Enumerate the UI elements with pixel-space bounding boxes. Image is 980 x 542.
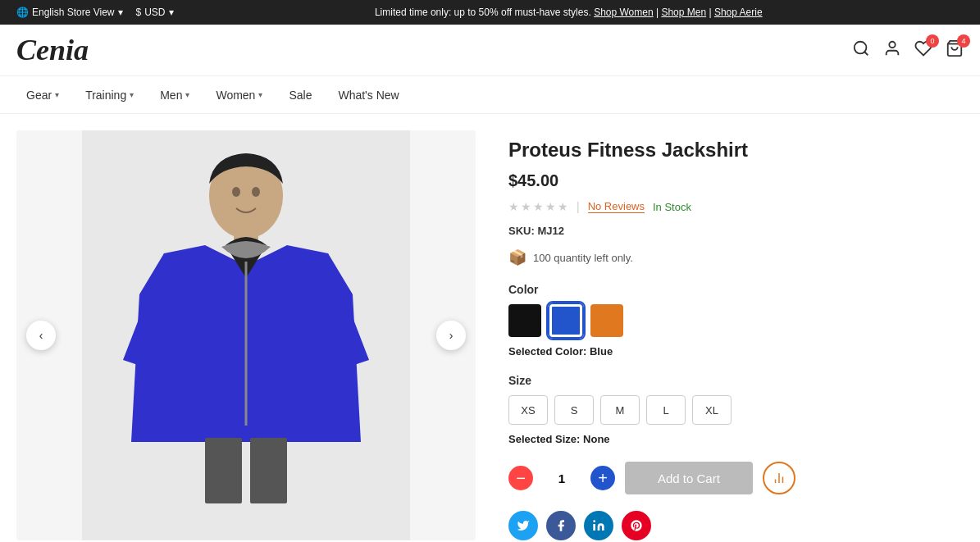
nav-item-whats-new[interactable]: What's New (328, 76, 408, 113)
color-swatches (508, 304, 964, 337)
size-buttons: XS S M L XL (508, 395, 964, 425)
svg-point-2 (889, 41, 895, 47)
star-4: ★ (545, 200, 556, 213)
star-1: ★ (508, 200, 519, 213)
wishlist-icon[interactable]: 0 (914, 39, 932, 61)
wishlist-badge: 0 (926, 34, 939, 48)
cart-badge: 4 (957, 34, 970, 48)
size-xl-button[interactable]: XL (692, 395, 732, 425)
selected-color-value: Blue (590, 345, 613, 358)
nav-gear-label: Gear (26, 89, 52, 102)
next-arrow-icon: › (449, 329, 454, 342)
star-3: ★ (533, 200, 544, 213)
prev-slide-button[interactable]: ‹ (26, 321, 56, 350)
next-slide-button[interactable]: › (436, 321, 466, 350)
search-icon[interactable] (852, 39, 870, 61)
svg-point-16 (593, 520, 595, 522)
nav-training-label: Training (85, 89, 126, 102)
rating-divider: | (577, 200, 580, 213)
globe-icon: 🌐 (16, 7, 29, 18)
nav-women-chevron: ▾ (258, 90, 262, 99)
stock-row: 📦 100 quantity left only. (508, 248, 964, 266)
color-swatch-blue[interactable] (549, 304, 582, 337)
store-view-label: English Store View (32, 7, 115, 18)
social-share-row (508, 511, 964, 540)
product-price: $45.00 (508, 171, 964, 190)
nav-item-men[interactable]: Men ▾ (150, 76, 199, 113)
selected-size-row: Selected Size: None (508, 433, 964, 445)
rating-row: ★ ★ ★ ★ ★ | No Reviews In Stock (508, 200, 964, 213)
shop-women-link[interactable]: Shop Women (594, 7, 654, 18)
nav-sale-label: Sale (289, 89, 312, 102)
nav-item-training[interactable]: Training ▾ (75, 76, 144, 113)
facebook-share-button[interactable] (546, 511, 576, 540)
main-content: ‹ (0, 114, 980, 542)
color-swatch-orange[interactable] (590, 304, 623, 337)
selected-size-label: Selected Size: (508, 433, 580, 445)
quantity-input[interactable] (541, 471, 582, 485)
size-chart-button[interactable] (763, 462, 795, 494)
size-s-button[interactable]: S (554, 395, 594, 425)
in-stock-badge: In Stock (653, 201, 691, 213)
nav-men-chevron: ▾ (185, 90, 189, 99)
size-l-button[interactable]: L (646, 395, 686, 425)
header-icons: 0 4 (852, 39, 964, 61)
prev-arrow-icon: ‹ (39, 329, 43, 342)
size-xs-button[interactable]: XS (508, 395, 548, 425)
sku-row: SKU: MJ12 (508, 225, 964, 237)
nav-item-women[interactable]: Women ▾ (206, 76, 272, 113)
cart-icon[interactable]: 4 (946, 39, 964, 61)
product-details: Proteus Fitness Jackshirt $45.00 ★ ★ ★ ★… (508, 130, 964, 540)
pinterest-share-button[interactable] (622, 511, 651, 540)
stock-text: 100 quantity left only. (533, 252, 633, 264)
currency-label: USD (144, 7, 165, 18)
currency-symbol: $ (136, 7, 142, 18)
nav-whatsnew-label: What's New (338, 89, 399, 102)
selected-color-label: Selected Color: (508, 345, 586, 358)
product-title: Proteus Fitness Jackshirt (508, 139, 964, 162)
promo-text: Limited time only: up to 50% off must-ha… (375, 7, 591, 18)
top-banner-left: 🌐 English Store View ▾ $ USD ▾ (16, 7, 174, 18)
nav-item-sale[interactable]: Sale (279, 76, 321, 113)
promo-banner: Limited time only: up to 50% off must-ha… (174, 7, 964, 18)
selected-color-row: Selected Color: Blue (508, 345, 964, 358)
increment-button[interactable]: + (590, 466, 615, 490)
star-2: ★ (521, 200, 531, 213)
product-image (82, 130, 410, 540)
no-reviews-link[interactable]: No Reviews (588, 200, 645, 213)
site-logo[interactable]: Cenia (16, 33, 89, 67)
shop-aerie-link[interactable]: Shop Aerie (714, 7, 763, 18)
color-swatch-black[interactable] (508, 304, 541, 337)
svg-point-8 (232, 187, 240, 197)
nav-gear-chevron: ▾ (55, 90, 59, 99)
svg-point-0 (855, 41, 867, 53)
color-label: Color (508, 283, 964, 296)
add-to-cart-button[interactable]: Add to Cart (625, 462, 753, 494)
svg-line-1 (864, 52, 868, 55)
currency-selector[interactable]: $ USD ▾ (136, 7, 174, 18)
nav-women-label: Women (216, 89, 255, 102)
twitter-share-button[interactable] (508, 511, 538, 540)
store-view-selector[interactable]: 🌐 English Store View ▾ (16, 7, 123, 18)
svg-point-9 (252, 187, 260, 197)
star-5: ★ (558, 200, 568, 213)
size-m-button[interactable]: M (600, 395, 640, 425)
quantity-control: − + (508, 466, 615, 490)
svg-rect-10 (205, 438, 242, 503)
nav-training-chevron: ▾ (130, 90, 134, 99)
header: Cenia 0 4 (0, 25, 980, 76)
account-icon[interactable] (883, 39, 901, 61)
nav-item-gear[interactable]: Gear ▾ (16, 76, 69, 113)
size-label: Size (508, 374, 964, 387)
product-image-wrapper: ‹ (16, 130, 476, 540)
svg-rect-11 (250, 438, 287, 503)
sku-label: SKU: (508, 225, 535, 237)
svg-rect-15 (593, 524, 595, 531)
main-nav: Gear ▾ Training ▾ Men ▾ Women ▾ Sale Wha… (0, 76, 980, 114)
sku-value: MJ12 (537, 225, 564, 237)
decrement-button[interactable]: − (508, 466, 533, 490)
store-view-chevron: ▾ (118, 7, 123, 18)
linkedin-share-button[interactable] (584, 511, 613, 540)
shop-men-link[interactable]: Shop Men (661, 7, 706, 18)
nav-men-label: Men (160, 89, 182, 102)
